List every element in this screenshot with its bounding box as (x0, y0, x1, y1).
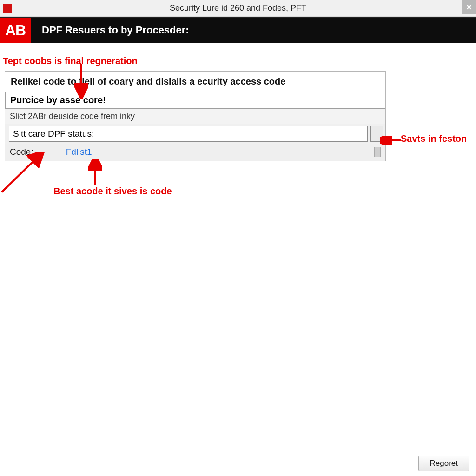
annotation-right: Savts in feston (401, 133, 467, 144)
scrollbar-stub[interactable] (374, 147, 381, 157)
close-icon: × (466, 2, 472, 13)
panel-heading: Relikel code to fiell of coary and disla… (5, 72, 385, 90)
app-header: AB DPF Resuers to by Procesder: (0, 17, 476, 43)
code-link[interactable]: Fdlist1 (66, 147, 92, 157)
window-titlebar: Security Lure id 260 and Fodes, PFT × (0, 0, 476, 17)
arrow-up-icon (88, 159, 102, 187)
annotation-top: Tept coobs is final regneration (3, 56, 476, 66)
code-label: Code: (10, 147, 33, 157)
close-button[interactable]: × (462, 0, 476, 14)
panel-instruction: Slict 2ABr deuside code frem inky (5, 109, 385, 124)
status-row (5, 124, 385, 144)
status-input[interactable] (9, 126, 368, 142)
footer-actions: Regoret (418, 456, 469, 471)
security-panel: Relikel code to fiell of coary and disla… (5, 71, 386, 161)
annotation-bottom: Best acode it sives is code (53, 186, 172, 197)
regoret-button[interactable]: Regoret (418, 456, 469, 471)
panel-subheading: Purcice by asse core! (5, 92, 385, 109)
window-title: Security Lure id 260 and Fodes, PFT (170, 3, 306, 13)
code-row: Code: Fdlist1 (5, 144, 385, 161)
content-area: Tept coobs is final regneration Relikel … (0, 43, 476, 476)
brand-badge: AB (0, 18, 31, 43)
header-title: DPF Resuers to by Procesder: (31, 18, 189, 43)
submit-button[interactable] (370, 126, 383, 142)
app-icon (3, 4, 12, 13)
